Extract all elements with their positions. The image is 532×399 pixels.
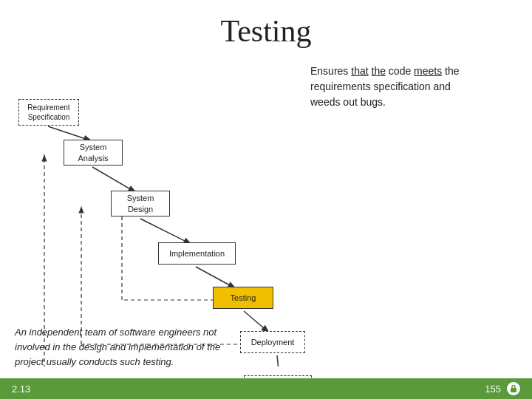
req-spec-box: RequirementSpecification (18, 99, 79, 126)
svg-line-3 (92, 167, 137, 193)
sys-design-box: SystemDesign (111, 191, 170, 216)
lock-icon (509, 384, 518, 393)
right-text-area: Ensures that the code meets the requirem… (296, 56, 517, 374)
svg-line-2 (48, 126, 92, 141)
footer-right: 155 (485, 382, 520, 395)
bottom-description: An independent team of software engineer… (15, 325, 222, 369)
that-text: that (351, 65, 368, 77)
testing-box: Testing (213, 287, 273, 309)
deployment-box: Deployment (240, 331, 305, 353)
footer-icon (507, 382, 520, 395)
meets-text: meets (414, 65, 442, 77)
footer: 2.13 155 (0, 378, 532, 399)
svg-line-6 (244, 311, 270, 333)
svg-line-7 (277, 355, 279, 366)
svg-rect-14 (511, 388, 516, 392)
svg-line-5 (196, 267, 236, 289)
sys-analysis-box: SystemAnalysis (64, 140, 123, 166)
footer-page-number: 155 (485, 383, 501, 395)
footer-left-number: 2.13 (12, 383, 30, 395)
slide: Testing (0, 0, 532, 399)
page-title: Testing (0, 0, 532, 49)
implementation-box: Implementation (158, 242, 236, 265)
svg-line-4 (140, 219, 192, 245)
the-text: the (372, 65, 386, 77)
ensures-description: Ensures that the code meets the requirem… (310, 64, 480, 110)
